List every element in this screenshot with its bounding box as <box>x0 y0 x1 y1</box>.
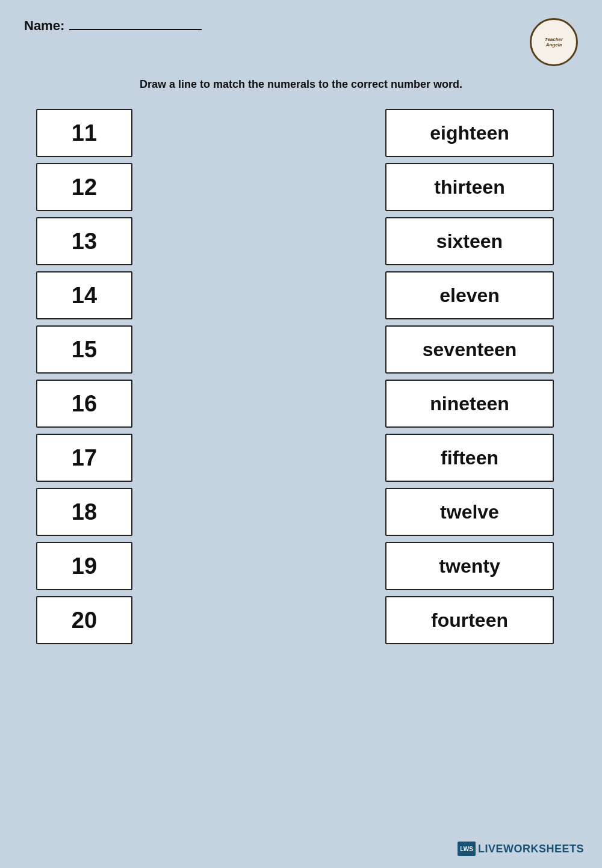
number-box-11: 11 <box>36 109 132 157</box>
number-box-14: 14 <box>36 271 132 319</box>
right-column: eighteenthirteensixteenelevenseventeenni… <box>385 109 566 644</box>
word-box-eleven: eleven <box>385 271 554 319</box>
number-box-13: 13 <box>36 217 132 265</box>
name-label: Name: <box>24 18 64 34</box>
footer-icon: LWS <box>458 842 476 856</box>
instructions-text: Draw a line to match the numerals to the… <box>24 78 578 91</box>
number-box-12: 12 <box>36 163 132 211</box>
logo-text: TeacherAngela <box>545 37 563 48</box>
word-box-fifteen: fifteen <box>385 434 554 482</box>
footer-logo: LWS LIVEWORKSHEETS <box>458 842 584 856</box>
word-box-fourteen: fourteen <box>385 596 554 644</box>
word-box-seventeen: seventeen <box>385 325 554 374</box>
number-box-17: 17 <box>36 434 132 482</box>
footer-brand-text: LIVEWORKSHEETS <box>478 843 584 855</box>
word-box-twenty: twenty <box>385 542 554 590</box>
number-box-18: 18 <box>36 488 132 536</box>
footer-icon-text: LWS <box>460 846 473 852</box>
name-field: Name: <box>24 18 202 34</box>
name-underline <box>69 29 202 30</box>
footer: LWS LIVEWORKSHEETS <box>458 842 584 856</box>
word-box-sixteen: sixteen <box>385 217 554 265</box>
header: Name: TeacherAngela <box>24 18 578 66</box>
word-box-eighteen: eighteen <box>385 109 554 157</box>
word-box-thirteen: thirteen <box>385 163 554 211</box>
word-box-twelve: twelve <box>385 488 554 536</box>
number-box-20: 20 <box>36 596 132 644</box>
word-box-nineteen: nineteen <box>385 380 554 428</box>
matching-container: 11121314151617181920 eighteenthirteensix… <box>24 109 578 644</box>
number-box-16: 16 <box>36 380 132 428</box>
number-box-19: 19 <box>36 542 132 590</box>
number-box-15: 15 <box>36 325 132 374</box>
left-column: 11121314151617181920 <box>36 109 157 644</box>
teacher-logo: TeacherAngela <box>530 18 578 66</box>
